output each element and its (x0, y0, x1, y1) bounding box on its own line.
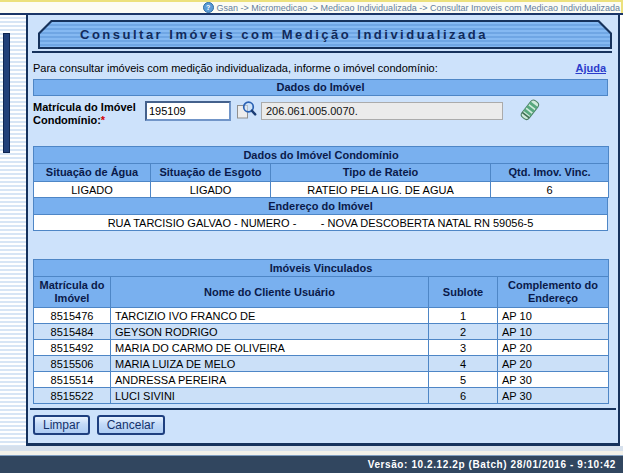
cell-tipo-rateio: RATEIO PELA LIG. DE AGUA (271, 182, 491, 198)
breadcrumb: ? Gsan -> Micromedicao -> Medicao Indivi… (0, 0, 623, 13)
page-title: Consultar Imóveis com Medição Individual… (80, 27, 488, 42)
col-situacao-agua: Situação de Água (34, 164, 151, 182)
cell-sublote: 5 (429, 372, 498, 388)
cell-situacao-agua: LIGADO (34, 182, 151, 198)
help-ball-icon[interactable]: ? (203, 2, 214, 13)
cell-sublote: 1 (429, 308, 498, 324)
col-situacao-esgoto: Situação de Esgoto (151, 164, 271, 182)
cell-complemento: AP 20 (498, 356, 609, 372)
table-row: 8515522 LUCI SIVINI 6 AP 30 (34, 388, 609, 404)
inscricao-field: 206.061.005.0070. (261, 102, 503, 120)
page-title-tab-inner: Consultar Imóveis com Medição Individual… (40, 22, 610, 47)
ajuda-link[interactable]: Ajuda (575, 62, 606, 74)
cell-sublote: 6 (429, 388, 498, 404)
limpar-button[interactable]: Limpar (33, 415, 90, 435)
matricula-label-text: Matrícula do Imóvel Condomínio: (33, 101, 136, 126)
cell-complemento: AP 10 (498, 324, 609, 340)
footer-bar: Versão: 10.2.12.2p (Batch) 28/01/2016 - … (0, 455, 623, 473)
col-tipo-rateio: Tipo de Rateio (271, 164, 491, 182)
cell-qtd-imov-vinc: 6 (491, 182, 609, 198)
cell-nome: ANDRESSA PEREIRA (111, 372, 429, 388)
eraser-icon[interactable] (516, 96, 542, 126)
cell-complemento: AP 20 (498, 340, 609, 356)
imoveis-vinculados-table: Imóveis Vinculados Matrícula do Imóvel N… (33, 259, 609, 404)
vinculados-header: Imóveis Vinculados (34, 260, 609, 277)
dados-imovel-header: Dados do Imóvel (33, 79, 608, 96)
version-text: Versão: 10.2.12.2p (Batch) 28/01/2016 - … (368, 459, 616, 470)
table-row: 8515492 MARIA DO CARMO DE OLIVEIRA 3 AP … (34, 340, 609, 356)
endereco-table: Endereço do Imóvel RUA TARCISIO GALVAO -… (33, 197, 608, 231)
cancelar-button[interactable]: Cancelar (97, 415, 165, 435)
table-row: 8515506 MARIA LUIZA DE MELO 4 AP 20 (34, 356, 609, 372)
cell-sublote: 4 (429, 356, 498, 372)
cell-sublote: 3 (429, 340, 498, 356)
endereco-header: Endereço do Imóvel (34, 198, 608, 215)
title-underline (32, 51, 612, 53)
endereco-value: RUA TARCISIO GALVAO - NUMERO - - NOVA DE… (34, 215, 608, 231)
buttons-divider (30, 408, 616, 410)
col-matricula-imovel: Matrícula do Imóvel (34, 277, 111, 308)
breadcrumb-text: Gsan -> Micromedicao -> Medicao Individu… (217, 3, 620, 13)
table-row: 8515476 TARCIZIO IVO FRANCO DE 1 AP 10 (34, 308, 609, 324)
col-qtd-imov-vinc: Qtd. Imov. Vinc. (491, 164, 609, 182)
cell-nome: GEYSON RODRIGO (111, 324, 429, 340)
cell-complemento: AP 30 (498, 388, 609, 404)
table-row: 8515484 GEYSON RODRIGO 2 AP 10 (34, 324, 609, 340)
col-sublote: Sublote (429, 277, 498, 308)
cell-matricula: 8515514 (34, 372, 111, 388)
page-title-tab: Consultar Imóveis com Medição Individual… (38, 20, 612, 49)
cell-nome: LUCI SIVINI (111, 388, 429, 404)
main-panel: Consultar Imóveis com Medição Individual… (26, 15, 620, 446)
matricula-input[interactable] (145, 101, 231, 121)
required-mark: * (101, 114, 105, 126)
matricula-form-row: Matrícula do Imóvel Condomínio:* 206.061… (33, 99, 608, 131)
left-gutter-handle[interactable] (3, 33, 10, 153)
matricula-label: Matrícula do Imóvel Condomínio:* (33, 99, 145, 127)
cell-nome: MARIA DO CARMO DE OLIVEIRA (111, 340, 429, 356)
left-gutter (0, 15, 26, 446)
table-row: 8515514 ANDRESSA PEREIRA 5 AP 30 (34, 372, 609, 388)
dados-condominio-table: Dados do Imóvel Condomínio Situação de Á… (33, 146, 609, 198)
cell-nome: MARIA LUIZA DE MELO (111, 356, 429, 372)
col-complemento: Complemento do Endereço (498, 277, 609, 308)
dados-condominio-header: Dados do Imóvel Condomínio (34, 147, 609, 164)
cell-matricula: 8515522 (34, 388, 111, 404)
cell-nome: TARCIZIO IVO FRANCO DE (111, 308, 429, 324)
intro-text: Para consultar imóveis com medição indiv… (33, 62, 438, 74)
gsan-window: ? Gsan -> Micromedicao -> Medicao Indivi… (0, 0, 623, 473)
cell-matricula: 8515484 (34, 324, 111, 340)
cell-matricula: 8515476 (34, 308, 111, 324)
search-icon[interactable] (236, 100, 257, 121)
cell-matricula: 8515506 (34, 356, 111, 372)
col-nome-cliente: Nome do Cliente Usuário (111, 277, 429, 308)
cell-sublote: 2 (429, 324, 498, 340)
cell-situacao-esgoto: LIGADO (151, 182, 271, 198)
cell-complemento: AP 30 (498, 372, 609, 388)
cell-matricula: 8515492 (34, 340, 111, 356)
button-row: Limpar Cancelar (33, 415, 618, 435)
cell-complemento: AP 10 (498, 308, 609, 324)
